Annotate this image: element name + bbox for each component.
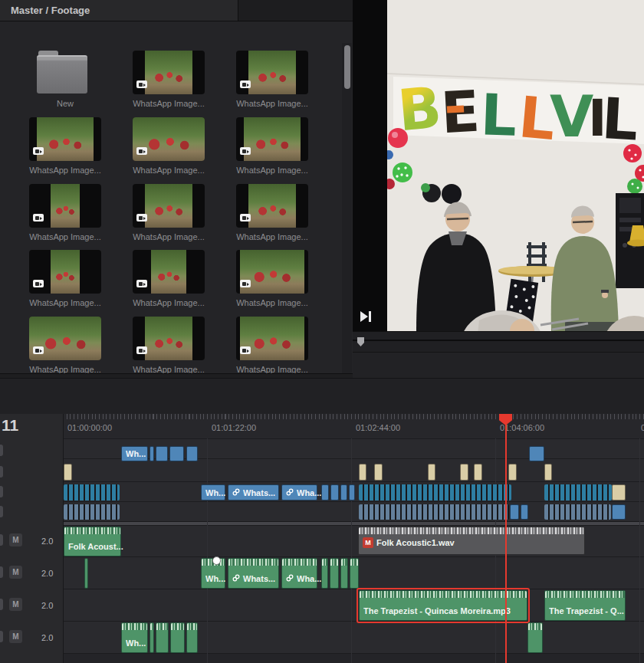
media-pool-scrollbar-track[interactable] <box>342 43 352 374</box>
timeline-clip[interactable] <box>150 446 154 461</box>
media-bin-new[interactable]: New <box>29 51 101 108</box>
timeline-clip[interactable] <box>374 464 383 481</box>
scrub-track[interactable] <box>353 340 644 341</box>
timeline-clip[interactable] <box>330 484 339 501</box>
media-pool-header-spacer <box>238 0 353 21</box>
media-clip[interactable]: WhatsApp Image... <box>133 184 205 241</box>
timeline-ruler[interactable]: 01:00:00:00 01:01:22:00 01:02:44:00 01:0… <box>63 414 644 439</box>
timeline-clip-group[interactable] <box>64 484 120 501</box>
media-clip[interactable]: WhatsApp Image... <box>29 317 101 374</box>
link-icon <box>232 488 240 497</box>
timeline-clip[interactable] <box>186 446 198 461</box>
playhead-line[interactable] <box>505 414 507 663</box>
keyframe-dot[interactable] <box>212 556 221 565</box>
timeline-clip-group[interactable] <box>359 504 509 520</box>
audio-clip[interactable] <box>156 622 169 653</box>
gridline <box>207 438 208 663</box>
timeline-clip[interactable] <box>359 464 366 481</box>
media-clip[interactable]: WhatsApp Image... <box>29 250 101 307</box>
media-clip[interactable]: WhatsApp Image... <box>133 51 205 108</box>
video-scene: B E L L V I L <box>387 0 644 331</box>
timeline-clip-group[interactable] <box>544 484 612 501</box>
video-camera-icon <box>136 280 147 287</box>
timeline-clip[interactable]: Wha... <box>281 484 317 501</box>
video-camera-icon <box>136 214 147 222</box>
timeline-clip[interactable]: Whats... <box>228 484 279 501</box>
timeline-clip-group[interactable] <box>544 504 611 520</box>
clip-label: WhatsApp Image... <box>133 232 205 241</box>
media-clip[interactable]: WhatsApp Image... <box>133 317 205 374</box>
audio-clip[interactable] <box>150 622 154 653</box>
media-pool-scrollbar-thumb[interactable] <box>344 45 350 89</box>
audio-clip[interactable] <box>527 622 543 653</box>
play-to-end-icon[interactable] <box>358 309 375 324</box>
video-camera-icon <box>136 80 147 88</box>
timeline-clip[interactable] <box>612 484 626 501</box>
link-icon <box>232 574 240 583</box>
audio-clip[interactable] <box>84 558 88 589</box>
timeline-clip-group[interactable] <box>359 484 511 501</box>
audio-clip[interactable] <box>340 558 348 589</box>
media-clip[interactable]: WhatsApp Image... <box>133 117 205 175</box>
viewer-controls: ‹ › <box>353 352 644 378</box>
timeline-clip[interactable] <box>340 484 347 501</box>
timeline-clip[interactable] <box>510 504 519 520</box>
timeline-clip[interactable] <box>169 446 184 461</box>
media-clip[interactable]: WhatsApp Image... <box>29 184 101 241</box>
audio-clip[interactable] <box>350 558 359 589</box>
media-clip[interactable]: WhatsApp Image... <box>236 51 308 108</box>
media-clip[interactable]: WhatsApp Image... <box>29 117 101 175</box>
timeline-clip[interactable]: Wh... <box>121 446 148 461</box>
viewer-video-frame[interactable]: B E L L V I L <box>387 0 644 331</box>
track-v4[interactable] <box>0 438 644 459</box>
audio-clip[interactable] <box>330 558 339 589</box>
timeline-clip[interactable] <box>508 464 517 481</box>
folder-label: New <box>29 99 101 108</box>
timeline-clip[interactable] <box>521 504 528 520</box>
audio-clip[interactable] <box>186 622 198 653</box>
timeline-clip[interactable] <box>460 464 468 481</box>
channel-format-a1: 2.0 <box>41 537 53 546</box>
breadcrumb[interactable]: Master / Footage <box>11 5 90 16</box>
media-clip[interactable]: WhatsApp Image... <box>236 250 308 307</box>
timeline-clip[interactable]: Wh... <box>201 484 225 501</box>
link-icon <box>286 574 294 583</box>
timeline-clip[interactable] <box>64 464 72 481</box>
media-clip[interactable]: WhatsApp Image... <box>236 317 308 374</box>
clip-label: WhatsApp Image... <box>29 232 101 241</box>
davinci-resolve-edit-page: Master / Footage New WhatsApp Image... W… <box>0 0 644 663</box>
timeline-clip[interactable] <box>156 446 168 461</box>
mute-button-a1[interactable]: M <box>9 533 22 546</box>
audio-clip[interactable]: Wh... <box>121 622 148 653</box>
timeline-clip[interactable] <box>349 484 355 501</box>
audio-clip[interactable]: Whats... <box>228 558 279 589</box>
mute-button-a2[interactable]: M <box>9 566 22 579</box>
mute-button-a3[interactable]: M <box>9 598 22 611</box>
audio-clip[interactable]: Folk Acoust... <box>64 527 121 556</box>
audio-clip[interactable] <box>170 622 185 653</box>
timeline-clip[interactable] <box>474 464 482 481</box>
timeline-clip[interactable] <box>321 484 329 501</box>
scrub-playhead[interactable] <box>357 337 364 346</box>
media-clip[interactable]: WhatsApp Image... <box>236 184 308 241</box>
audio-clip-selected[interactable]: The Trapezist - Quincas Moreira.mp3 <box>359 590 527 621</box>
timeline-clip[interactable] <box>428 464 435 481</box>
clip-label: WhatsApp Image... <box>236 298 308 307</box>
banner-letter: L <box>600 85 640 153</box>
clip-label: WhatsApp Image... <box>236 365 308 374</box>
viewer-scrub-bar[interactable] <box>353 331 644 353</box>
gridline <box>351 438 352 663</box>
timeline-clip[interactable] <box>529 446 544 461</box>
media-clip[interactable]: WhatsApp Image... <box>133 250 205 307</box>
timeline-clip[interactable] <box>544 464 552 481</box>
audio-clip[interactable]: Wha... <box>281 558 317 589</box>
timeline-clip-group[interactable] <box>64 504 120 520</box>
timeline-clip[interactable] <box>612 504 626 520</box>
media-clip[interactable]: WhatsApp Image... <box>236 117 308 175</box>
audio-clip[interactable] <box>321 558 328 589</box>
audio-clip-muted[interactable]: MFolk Acoustic1.wav <box>358 527 585 555</box>
waveform <box>545 591 625 598</box>
track-a4[interactable] <box>0 621 644 654</box>
mute-button-a4[interactable]: M <box>9 630 22 643</box>
audio-clip[interactable]: The Trapezist - Q... <box>544 590 626 621</box>
